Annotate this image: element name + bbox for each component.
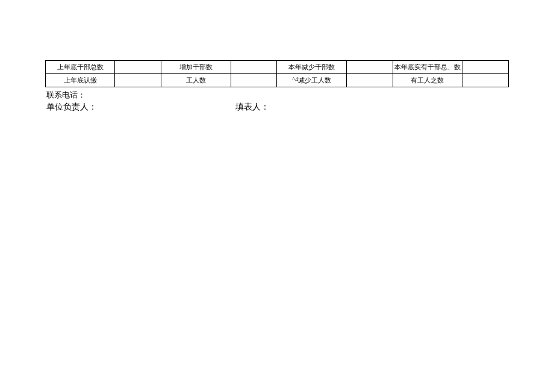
responsible-person-label: 单位负责人： <box>46 102 233 113</box>
document-container: 上年底干部总数 增加干部数 本年减少干部数 本年底实有干部总、数 上年底认缴 工… <box>0 0 554 113</box>
cell-decrease-cadre-value <box>346 61 393 74</box>
table-row: 上年底认缴 工人数 ^4减少工人数 有工人之数 <box>46 74 509 87</box>
cell-increase-cadre-value <box>231 61 277 74</box>
decrease-worker-text: 减少工人数 <box>298 76 331 84</box>
cell-has-worker-value <box>462 74 509 87</box>
table-row: 上年底干部总数 增加干部数 本年减少干部数 本年底实有干部总、数 <box>46 61 509 74</box>
cell-worker-count-value <box>231 74 277 87</box>
personnel-table: 上年底干部总数 增加干部数 本年减少干部数 本年底实有干部总、数 上年底认缴 工… <box>45 60 509 87</box>
cell-last-year-subscribed-value <box>115 74 161 87</box>
cell-decrease-worker-value <box>346 74 393 87</box>
cell-has-worker-label: 有工人之数 <box>393 74 462 87</box>
contact-phone-label: 联系电话： <box>46 90 86 99</box>
cell-year-end-cadre-label: 本年底实有干部总、数 <box>393 61 462 74</box>
cell-increase-cadre-label: 增加干部数 <box>161 61 231 74</box>
cell-year-end-cadre-value <box>462 61 509 74</box>
cell-decrease-worker-label: ^4减少工人数 <box>277 74 346 87</box>
cell-worker-count-label: 工人数 <box>161 74 231 87</box>
cell-decrease-cadre-label: 本年减少干部数 <box>277 61 346 74</box>
form-filler-label: 填表人： <box>235 102 269 113</box>
cell-last-year-cadre-value <box>115 61 161 74</box>
contact-phone-line: 联系电话： <box>45 90 509 101</box>
cell-last-year-subscribed-label: 上年底认缴 <box>46 74 115 87</box>
signature-line: 单位负责人： 填表人： <box>45 102 509 113</box>
cell-last-year-cadre-label: 上年底干部总数 <box>46 61 115 74</box>
superscript-mark: ^4 <box>292 76 298 82</box>
